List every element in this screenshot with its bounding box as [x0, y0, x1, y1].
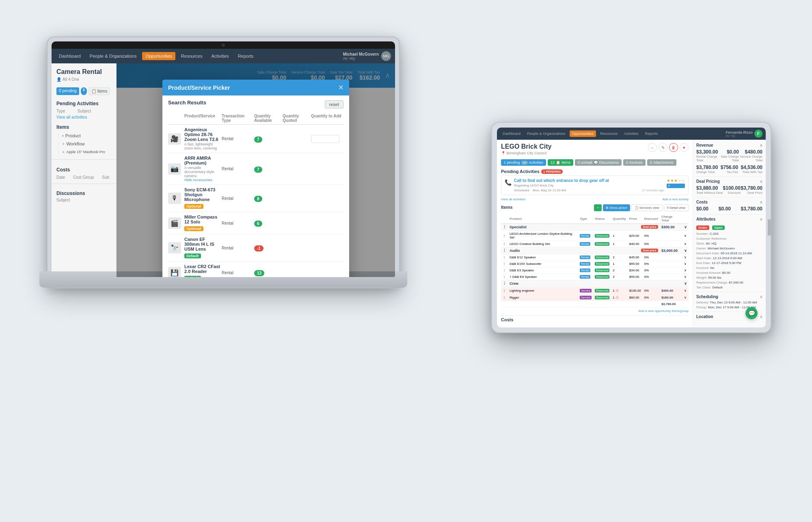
tablet-home-button[interactable] [768, 219, 771, 236]
tab-items[interactable]: 12 📋 Items [548, 159, 573, 166]
nav-activities[interactable]: Activities [208, 52, 232, 60]
chat-button[interactable]: 💬 [745, 307, 758, 319]
product-row-2[interactable]: 🎙 Sony ECM-673 Shotgun Microphone Option… [168, 185, 343, 212]
tablet-title-area: LEGO Brick City 📍 Birmingham City Counci… [501, 143, 551, 158]
col-transaction-type: Transaction Type [222, 114, 254, 123]
nav-resources[interactable]: Resources [178, 52, 206, 60]
location-collapse[interactable]: ∧ [760, 314, 762, 319]
tablet-device: Dashboard People & Organizations Opportu… [491, 122, 771, 333]
costs-collapse[interactable]: ∧ [760, 200, 762, 204]
nav-reports[interactable]: Reports [235, 52, 257, 60]
nav-opportunities[interactable]: Opportunities [142, 52, 175, 60]
add-items-link[interactable]: Add a new opportunity items/group [501, 309, 689, 313]
tab-discussions[interactable]: 0 unread 💬 Discussions [575, 159, 622, 166]
expand-e6[interactable]: ∨ [682, 274, 689, 280]
item-expand-2[interactable]: ∨ [682, 241, 689, 247]
services-view-button[interactable]: 📋 Services view [631, 204, 663, 211]
nav-people[interactable]: People & Organizations [86, 52, 140, 60]
reset-button[interactable]: reset [325, 100, 343, 108]
product-type-4: Rental [222, 246, 254, 250]
modal-close-button[interactable]: ✕ [338, 84, 343, 91]
expand-e15x[interactable]: ∨ [682, 261, 689, 267]
hide-accessories-link[interactable]: Hide Accessories [184, 178, 222, 182]
scheduling-collapse[interactable]: ∧ [760, 295, 762, 299]
optional-tag-2: Optional [184, 204, 203, 209]
user-avatar: MG [381, 51, 391, 61]
t-nav-user: Fernanda Rizzo AV: HQ F [726, 130, 762, 138]
activity-subject[interactable]: Call to find out which entrance to drop … [514, 178, 664, 183]
nav-dashboard[interactable]: Dashboard [56, 52, 84, 60]
product-row-5[interactable]: 💾 Lexar CR2 CFast 2.0 Reader Default Ren… [168, 262, 343, 277]
attr-invoiced-amount: Invoiced Amount: $0.00 [696, 271, 762, 275]
col-product: Product [508, 214, 578, 224]
t-nav-opportunities[interactable]: Opportunities [570, 130, 596, 137]
product-row-4[interactable]: 🔭 Canon EF 300mm f4 L IS USM Lens Defaul… [168, 234, 343, 262]
product-desc-1: A versatile documentary-style camera [184, 166, 222, 178]
delete-button[interactable]: 🗑 [669, 143, 678, 152]
qty-input-0[interactable] [311, 135, 339, 143]
t-nav-resources[interactable]: Resources [598, 130, 620, 137]
product-row-0[interactable]: 🎥 Angenieux Optimo 28-76 Zoom Lens T2.6 … [168, 125, 343, 153]
expand-e3[interactable]: ∨ [682, 267, 689, 274]
drag-e3: ⋮ [501, 267, 508, 274]
tab-activities[interactable]: 1 pending ⚡ Activities [501, 159, 546, 166]
product-row-1[interactable]: 📷 ARRI AMIRA (Premium) A versatile docum… [168, 153, 343, 185]
product-add-qty-0[interactable] [311, 135, 343, 143]
product-thumb-0: 🎥 [168, 133, 181, 145]
company-icon: 👤 [56, 77, 61, 82]
tab-items-label: Items [561, 160, 570, 165]
product-type-2: Rental [222, 196, 254, 201]
attributes-collapse[interactable]: ∧ [760, 217, 762, 221]
t-user-location: AV: HQ [726, 134, 753, 137]
items-button[interactable]: 📋 Items [89, 87, 110, 95]
user-name: Michael McGovern [343, 52, 379, 56]
view-all-activities-link[interactable]: View all activities [52, 114, 116, 120]
favorite-button[interactable]: ♥ [680, 143, 689, 152]
t-nav-activities[interactable]: Activities [622, 130, 641, 137]
product-row-3[interactable]: 🎬 Miller Compass 12 Solo Optional Rental… [168, 212, 343, 234]
expand-e12[interactable]: ∨ [682, 254, 689, 261]
detail-view-button[interactable]: ≡ Detail view [664, 204, 689, 211]
tax-fee-col: $756.00 Tax Fee [721, 165, 738, 174]
view-all-activities-link[interactable]: View all activities [501, 197, 525, 201]
expand-lighting[interactable]: ∨ [682, 287, 689, 294]
t-nav-dashboard[interactable]: Dashboard [500, 130, 523, 137]
product-qty-0: 7 [254, 135, 283, 143]
t-nav-people[interactable]: People & Organizations [525, 130, 568, 137]
group-expand-specialist[interactable]: ∨ [682, 224, 689, 231]
items-icon: 📋 [91, 89, 96, 93]
revenue-title: Revenue ∧ [696, 143, 762, 147]
pending-button[interactable]: 0 pending [56, 87, 79, 95]
deal-pricing-collapse[interactable]: ∧ [760, 179, 762, 184]
group-expand-crew[interactable]: ∨ [682, 280, 689, 287]
tab-attachments[interactable]: 0 Attachments [647, 159, 676, 166]
costs-row: $0.00 $0.00 $3,780.00 [696, 206, 762, 212]
attr-weight: Weight: 59.00 lbs [696, 276, 762, 279]
items-btn-group: + ⊞ Show picker 📋 Services view ≡ [594, 204, 689, 211]
add-item-button[interactable]: + [594, 204, 602, 211]
group-expand-audio[interactable]: ∨ [682, 247, 689, 254]
group-total-specialist: $300.00 [660, 224, 682, 231]
edit-button[interactable]: ✎ [659, 143, 667, 152]
item-e12: ⋮ D&B E12 Speaker Rental Reserved 2 $45.… [501, 254, 689, 261]
item-discount-2: 0% [643, 241, 660, 247]
default-tag-4: Default [184, 253, 201, 258]
pending-row: 0 pending 2 📋 Items [52, 86, 116, 97]
item-expand[interactable]: ∨ [682, 231, 689, 241]
revenue-row-2: $3,780.00 Charge Total $756.00 Tax Fee $… [696, 165, 762, 174]
expand-rigger[interactable]: ∨ [682, 294, 689, 301]
price-e12: $45.00 [628, 254, 643, 261]
tab-invoices[interactable]: 0 Invoices [623, 159, 646, 166]
price-e6: $55.00 [628, 274, 643, 280]
product-info-0: Angenieux Optimo 28-76 Zoom Lens T2.6 A … [184, 127, 222, 150]
t-nav-reports[interactable]: Reports [643, 130, 661, 137]
show-picker-button[interactable]: ⊞ Show picker [603, 204, 630, 211]
detail-icon: ≡ [667, 206, 669, 210]
tablet-title: LEGO Brick City [501, 143, 551, 150]
add-new-activity-link[interactable]: Add a new activity [663, 197, 689, 201]
drag-e12: ⋮ [501, 254, 508, 261]
revenue-collapse[interactable]: ∧ [760, 143, 762, 147]
charge-rigger: $180.00 [660, 294, 682, 301]
back-button[interactable]: ← [648, 143, 657, 152]
table-header: Product/Service Transaction Type Quantit… [168, 112, 343, 125]
